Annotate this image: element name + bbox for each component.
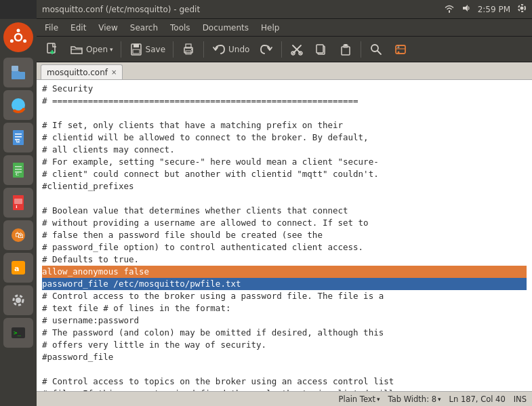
- editor-tab[interactable]: mosquitto.conf ×: [41, 64, 123, 79]
- new-button[interactable]: [41, 40, 64, 59]
- code-line: # For example, setting "secure-" here wo…: [42, 156, 527, 168]
- code-line: # clientid will be allowed to connect to…: [42, 131, 527, 144]
- terminal-icon: >_: [9, 324, 27, 342]
- svg-rect-6: [12, 72, 25, 79]
- cut-button[interactable]: [285, 40, 308, 59]
- code-line: # Boolean value that determines whether …: [42, 205, 527, 217]
- insert-mode: INS: [514, 394, 527, 404]
- tab-close-button[interactable]: ×: [111, 69, 117, 76]
- replace-icon: a: [393, 42, 408, 57]
- code-line: password_file /etc/mosquitto/pwfile.txt: [42, 278, 527, 290]
- code-line: # Control access to the broker using a p…: [42, 290, 527, 302]
- new-icon: [45, 42, 60, 57]
- sidebar-icon-libreoffice-impress[interactable]: I: [3, 188, 33, 218]
- svg-line-55: [377, 51, 381, 54]
- title-bar-left: mosquitto.conf (/etc/mosquitto) - gedit: [42, 5, 200, 14]
- cut-icon: [289, 42, 304, 57]
- svg-rect-12: [15, 136, 22, 138]
- menu-bar: File Edit View Search Tools Documents He…: [37, 19, 532, 37]
- software-center-icon: 🛍: [9, 226, 27, 244]
- menu-search[interactable]: Search: [125, 22, 163, 34]
- code-line: # offers very little in the way of secur…: [42, 339, 527, 351]
- cursor-position: Ln 187, Col 40: [449, 394, 506, 404]
- menu-tools[interactable]: Tools: [165, 22, 196, 34]
- title-bar: mosquitto.conf (/etc/mosquitto) - gedit …: [37, 0, 532, 19]
- svg-rect-7: [12, 71, 20, 73]
- system-settings-icon[interactable]: [517, 3, 527, 15]
- sidebar: W C I 🛍 a: [0, 19, 37, 406]
- menu-edit[interactable]: Edit: [65, 22, 91, 34]
- paste-icon: [338, 42, 353, 57]
- sidebar-icon-settings[interactable]: [3, 285, 33, 315]
- sidebar-icon-software-center[interactable]: 🛍: [3, 220, 33, 250]
- files-icon: [9, 64, 27, 81]
- svg-rect-16: [15, 166, 22, 167]
- sidebar-icon-libreoffice-writer[interactable]: W: [3, 123, 33, 153]
- title-bar-right: 2:59 PM: [444, 3, 527, 15]
- tab-width-label: Tab Width: 8: [388, 394, 436, 404]
- ubuntu-logo-icon: [9, 28, 28, 47]
- save-icon: [129, 42, 144, 57]
- svg-text:>_: >_: [14, 329, 21, 336]
- sidebar-icon-terminal[interactable]: >_: [3, 318, 33, 348]
- code-editor[interactable]: # Security# ============================…: [37, 80, 532, 391]
- print-button[interactable]: [177, 40, 200, 59]
- save-button[interactable]: Save: [125, 40, 169, 59]
- svg-rect-5: [12, 66, 18, 71]
- svg-point-3: [23, 39, 26, 43]
- toolbar-sep-3: [203, 41, 204, 58]
- status-bar: Plain Text ▾ Tab Width: 8 ▾ Ln 187, Col …: [37, 391, 532, 406]
- menu-documents[interactable]: Documents: [197, 22, 254, 34]
- code-line: # without providing a username are allow…: [42, 217, 527, 229]
- editor-container[interactable]: # Security# ============================…: [37, 80, 532, 391]
- code-line: [42, 363, 527, 375]
- svg-text:C: C: [16, 171, 19, 177]
- svg-point-2: [17, 29, 20, 33]
- svg-rect-53: [344, 44, 347, 46]
- svg-rect-17: [15, 169, 22, 170]
- svg-text:W: W: [16, 139, 20, 144]
- svg-point-27: [16, 298, 21, 303]
- undo-button[interactable]: Undo: [207, 40, 253, 59]
- insert-mode-label: INS: [514, 394, 527, 404]
- writer-icon: W: [9, 129, 27, 146]
- file-type-dropdown[interactable]: Plain Text ▾: [339, 394, 380, 404]
- open-button[interactable]: Open ▾: [65, 40, 117, 59]
- menu-help[interactable]: Help: [255, 22, 285, 34]
- sidebar-icon-amazon[interactable]: a: [3, 253, 33, 283]
- menu-view[interactable]: View: [93, 22, 123, 34]
- amazon-icon: a: [9, 259, 27, 277]
- redo-button[interactable]: [255, 40, 278, 59]
- find-icon: [369, 42, 384, 57]
- code-line: # If set, only clients that have a match…: [42, 119, 527, 131]
- sound-icon: [462, 3, 471, 15]
- sidebar-icon-firefox[interactable]: [3, 90, 33, 120]
- tab-width-dropdown[interactable]: Tab Width: 8 ▾: [388, 394, 441, 404]
- code-line: # Defaults to true.: [42, 253, 527, 266]
- sidebar-icon-files[interactable]: [3, 58, 33, 87]
- paste-button[interactable]: [334, 40, 357, 59]
- code-line: # client" could connect but another with…: [42, 168, 527, 180]
- firefox-icon: [9, 96, 27, 114]
- toolbar-sep-4: [281, 41, 282, 58]
- wifi-icon: [444, 3, 455, 15]
- code-line: allow_anonymous false: [42, 266, 527, 278]
- sidebar-icon-libreoffice-calc[interactable]: C: [3, 155, 33, 185]
- menu-file[interactable]: File: [39, 22, 64, 34]
- code-line: # Security: [42, 83, 527, 95]
- replace-button[interactable]: a: [389, 40, 412, 59]
- undo-label: Undo: [228, 45, 249, 54]
- find-button[interactable]: [365, 40, 388, 59]
- calc-icon: C: [9, 161, 27, 179]
- toolbar-sep-2: [173, 41, 173, 58]
- code-line: # text file # of lines in the format:: [42, 302, 527, 314]
- copy-icon: [314, 42, 329, 57]
- open-icon: [69, 42, 84, 57]
- code-line: # password_file option) to control authe…: [42, 241, 527, 253]
- tab-width-arrow-icon: ▾: [438, 396, 441, 403]
- copy-button[interactable]: [310, 40, 333, 59]
- svg-point-44: [191, 49, 192, 50]
- svg-point-32: [520, 7, 524, 10]
- sidebar-icon-ubuntu[interactable]: [3, 22, 33, 52]
- toolbar-sep-1: [121, 41, 121, 58]
